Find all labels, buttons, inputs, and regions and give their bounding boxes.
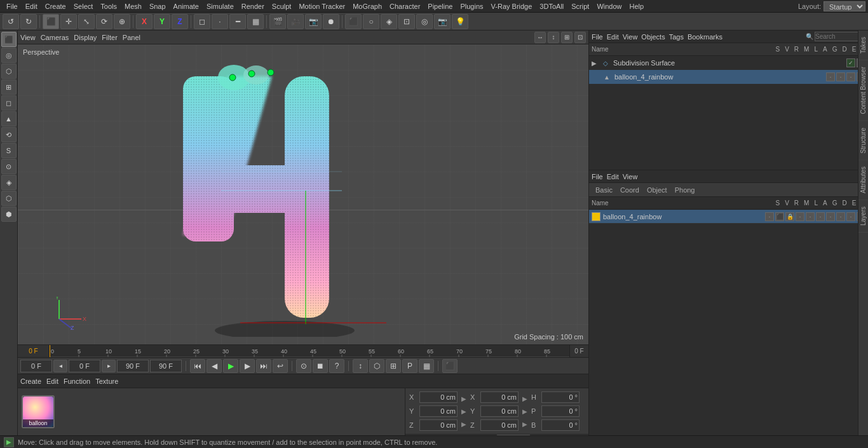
object-mode[interactable]: ◻ [194, 14, 210, 29]
menu-render[interactable]: Render [238, 2, 268, 11]
scale-key[interactable]: ⊞ [386, 359, 401, 373]
menu-mesh[interactable]: Mesh [121, 2, 146, 11]
play-button[interactable]: ▶ [223, 359, 238, 373]
help-button[interactable]: ? [329, 359, 344, 373]
obj-menu-bookmarks[interactable]: Bookmarks [688, 33, 722, 41]
left-tool-1[interactable]: ◎ [1, 48, 17, 63]
attr-menu-file[interactable]: File [592, 173, 603, 180]
menu-create[interactable]: Create [41, 2, 70, 11]
end-frame-input2[interactable] [150, 360, 182, 372]
attr-material-row[interactable]: balloon_4_rainbow · ⬛ 🔒 · · · · · · ⬡ [589, 210, 868, 224]
mat-icon-0[interactable]: · [765, 212, 774, 221]
y-pos-input[interactable] [419, 405, 458, 417]
vp-icon-2[interactable]: ⊞ [561, 32, 573, 43]
b-input[interactable] [541, 419, 580, 431]
vp-menu-view[interactable]: View [20, 34, 36, 41]
z-pos-input[interactable] [419, 419, 458, 431]
render-region[interactable]: 🎬 [269, 14, 286, 29]
stop-button[interactable]: ⏹ [313, 359, 328, 373]
record-button[interactable]: ⊙ [296, 359, 311, 373]
badge-check[interactable]: ✓ [846, 58, 855, 67]
menu-vray[interactable]: V-Ray Bridge [487, 2, 536, 11]
menu-sculpt[interactable]: Sculpt [268, 2, 295, 11]
mat-menu-function[interactable]: Function [64, 377, 90, 385]
env-tool[interactable]: ◎ [416, 14, 433, 29]
menu-character[interactable]: Character [386, 2, 424, 11]
render-picture[interactable]: 📷 [305, 14, 322, 29]
left-tool-6[interactable]: ⟲ [1, 127, 17, 142]
left-tool-10[interactable]: ⬡ [1, 191, 17, 206]
material-swatch-balloon[interactable]: balloon [22, 395, 55, 428]
mat-icon-7[interactable]: · [836, 212, 845, 221]
y-axis[interactable]: Y [154, 14, 170, 29]
obj-menu-edit[interactable]: Edit [607, 33, 619, 41]
viewport[interactable]: Perspective [18, 44, 588, 344]
left-tool-3[interactable]: ⊞ [1, 79, 17, 95]
vp-icon-1[interactable]: ↕ [548, 32, 559, 43]
left-tool-0[interactable]: ⬛ [1, 32, 17, 47]
vp-menu-filter[interactable]: Filter [102, 34, 117, 41]
polygon-mode[interactable]: ▦ [247, 14, 264, 29]
vp-menu-cameras[interactable]: Cameras [41, 34, 69, 41]
edge-mode[interactable]: ━ [229, 14, 246, 29]
ruler-marks[interactable]: 0 5 10 15 20 25 30 35 40 [50, 345, 569, 357]
pla-key[interactable]: P [402, 359, 417, 373]
transform-tool[interactable]: ⊕ [114, 14, 130, 29]
mat-icon-8[interactable]: · [846, 212, 855, 221]
mat-icon-lock[interactable]: 🔒 [785, 212, 794, 221]
left-tool-2[interactable]: ⬡ [1, 64, 17, 79]
obj-menu-view[interactable]: View [623, 33, 638, 41]
rotate-key[interactable]: ⬡ [369, 359, 384, 373]
p-input[interactable] [541, 405, 580, 417]
attr-menu-view[interactable]: View [623, 173, 638, 180]
redo-button[interactable]: ↻ [20, 14, 37, 29]
y-rot-input[interactable] [480, 405, 519, 417]
tab-takes[interactable]: Takes [858, 31, 868, 60]
tab-structure[interactable]: Structure [858, 121, 868, 161]
left-tool-8[interactable]: ⊙ [1, 159, 17, 174]
obj-menu-file[interactable]: File [592, 33, 603, 41]
deform-tool[interactable]: ⊡ [398, 14, 415, 29]
mat-icon-3[interactable]: · [796, 212, 804, 221]
menu-animate[interactable]: Animate [170, 2, 203, 11]
rotate-tool[interactable]: ⟳ [96, 14, 112, 29]
point-mode[interactable]: · [212, 14, 228, 29]
attr-tab-basic[interactable]: Basic [592, 185, 616, 195]
move-key[interactable]: ↕ [353, 359, 368, 373]
mat-icon-5[interactable]: · [816, 212, 825, 221]
menu-snap[interactable]: Snap [146, 2, 170, 11]
render-view[interactable]: 🎥 [287, 14, 304, 29]
menu-file[interactable]: File [3, 2, 22, 11]
menu-pipeline[interactable]: Pipeline [424, 2, 456, 11]
autokey-button[interactable]: ⬛ [442, 359, 458, 373]
mat-menu-edit[interactable]: Edit [46, 377, 58, 385]
obj-menu-tags[interactable]: Tags [669, 33, 684, 41]
x-axis[interactable]: X [136, 14, 153, 29]
menu-motion-tracker[interactable]: Motion Tracker [295, 2, 349, 11]
frame-step-back[interactable]: ◂ [53, 360, 67, 372]
all-key[interactable]: ▦ [419, 359, 434, 373]
loop-button[interactable]: ↩ [273, 359, 288, 373]
render-queue[interactable]: ⏺ [323, 14, 339, 29]
mat-icon-6[interactable]: · [826, 212, 835, 221]
vp-icon-3[interactable]: ⊡ [574, 32, 586, 43]
x-rot-input[interactable] [480, 391, 519, 403]
x-pos-input[interactable] [419, 391, 458, 403]
mat-icon-4[interactable]: · [806, 212, 815, 221]
vp-menu-display[interactable]: Display [74, 34, 97, 41]
tab-content-browser[interactable]: Content Browser [858, 60, 868, 121]
h-input[interactable] [541, 391, 580, 403]
menu-3dtoall[interactable]: 3DToAll [536, 2, 567, 11]
scale-tool[interactable]: ⤡ [78, 14, 95, 29]
vp-icon-0[interactable]: ↔ [534, 32, 546, 43]
tab-layers[interactable]: Layers [858, 200, 868, 233]
z-axis[interactable]: Z [172, 14, 188, 29]
attr-menu-edit[interactable]: Edit [607, 173, 619, 180]
attr-tab-coord[interactable]: Coord [616, 185, 643, 195]
left-tool-5[interactable]: ▲ [1, 111, 17, 126]
sphere-tool[interactable]: ○ [363, 14, 379, 29]
move-tool[interactable]: ✛ [60, 14, 77, 29]
obj-menu-objects[interactable]: Objects [641, 33, 665, 41]
mat-menu-create[interactable]: Create [20, 377, 41, 385]
menu-simulate[interactable]: Simulate [203, 2, 238, 11]
